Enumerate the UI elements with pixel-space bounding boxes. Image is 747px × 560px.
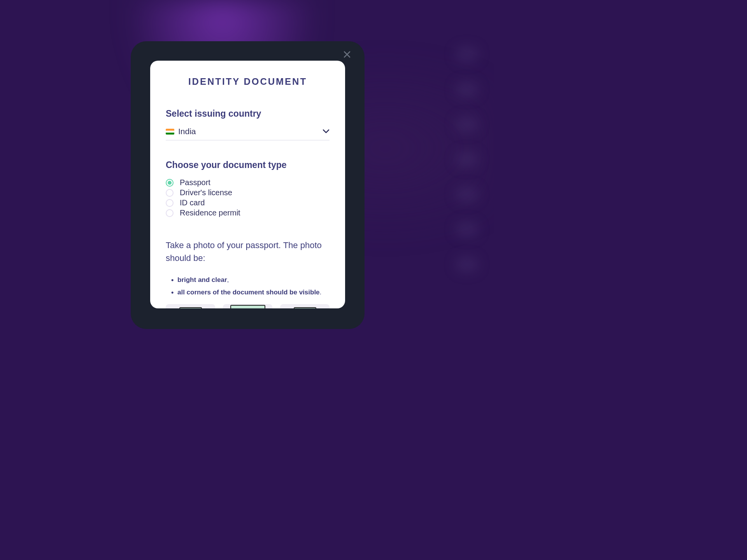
- list-item: bright and clear,: [177, 276, 330, 284]
- radio-option-residence-permit[interactable]: Residence permit: [166, 208, 330, 217]
- radio-option-passport[interactable]: Passport: [166, 178, 330, 187]
- close-icon: [344, 49, 351, 60]
- country-selected-display: India: [166, 127, 196, 136]
- photo-requirements-list: bright and clear, all corners of the doc…: [166, 276, 330, 296]
- photo-example-card: [223, 304, 272, 308]
- radio-indicator: [166, 189, 174, 197]
- radio-option-drivers-license[interactable]: Driver's license: [166, 188, 330, 197]
- photo-example-cards: [166, 304, 330, 308]
- radio-label: Driver's license: [180, 188, 232, 197]
- country-section-heading: Select issuing country: [166, 108, 330, 119]
- radio-label: Passport: [180, 178, 210, 187]
- document-example-icon: [179, 307, 202, 308]
- radio-label: ID card: [180, 198, 205, 207]
- flag-icon: [166, 129, 174, 135]
- country-name-label: India: [178, 127, 196, 136]
- photo-example-card: [166, 304, 215, 308]
- radio-option-id-card[interactable]: ID card: [166, 198, 330, 207]
- radio-label: Residence permit: [180, 208, 240, 217]
- list-item: all corners of the document should be vi…: [177, 289, 330, 296]
- document-example-icon: [294, 307, 316, 308]
- photo-instruction-text: Take a photo of your passport. The photo…: [166, 239, 330, 264]
- modal-title: IDENTITY DOCUMENT: [166, 76, 330, 87]
- background-blur-spots: [455, 47, 479, 292]
- country-dropdown[interactable]: India: [166, 127, 330, 140]
- document-type-heading: Choose your document type: [166, 160, 330, 170]
- close-button[interactable]: [341, 49, 353, 61]
- modal-dialog: IDENTITY DOCUMENT Select issuing country…: [131, 41, 365, 329]
- radio-indicator: [166, 209, 174, 217]
- radio-indicator: [166, 199, 174, 207]
- photo-example-card: [280, 304, 330, 308]
- radio-indicator: [166, 179, 174, 187]
- modal-content: IDENTITY DOCUMENT Select issuing country…: [150, 61, 345, 308]
- chevron-down-icon: [323, 128, 330, 135]
- document-example-icon: [230, 305, 265, 308]
- document-type-radio-group: Passport Driver's license ID card Reside…: [166, 178, 330, 217]
